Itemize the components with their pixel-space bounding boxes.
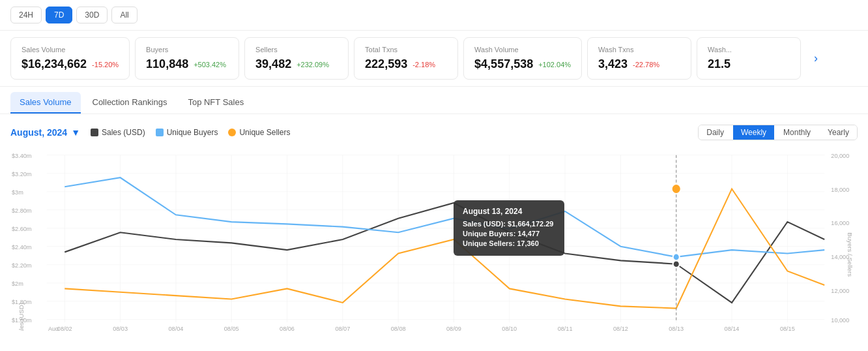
svg-text:08/02: 08/02 xyxy=(57,325,72,331)
period-monthly[interactable]: Monthly xyxy=(775,125,818,140)
dot-sellers xyxy=(672,184,681,194)
metrics-row: Sales Volume $16,234,662 -15.20% Buyers … xyxy=(0,31,868,87)
svg-text:08/14: 08/14 xyxy=(725,325,740,331)
legend-dot-buyers xyxy=(156,129,164,136)
metric-label-3: Total Txns xyxy=(365,46,447,53)
chart-left-controls: August, 2024 ▼ Sales (USD) Unique Buyers… xyxy=(10,127,290,138)
metric-buyers: Buyers 110,848 +503.42% xyxy=(135,37,239,80)
metric-label-6: Wash... xyxy=(708,46,790,53)
metric-wash-volume: Wash Volume $4,557,538 +102.04% xyxy=(463,37,582,80)
svg-text:$3m: $3m xyxy=(12,189,23,196)
tabs-row: Sales Volume Collection Rankings Top NFT… xyxy=(0,87,868,114)
metric-change-0: -15.20% xyxy=(92,61,119,69)
tab-sales-volume[interactable]: Sales Volume xyxy=(10,92,81,114)
metric-value-6: 21.5 xyxy=(708,57,731,71)
chart-legend: Sales (USD) Unique Buyers Unique Sellers xyxy=(91,128,290,137)
metric-label-1: Buyers xyxy=(146,46,228,53)
tab-top-nft-sales[interactable]: Top NFT Sales xyxy=(179,92,253,114)
metric-change-2: +232.09% xyxy=(297,61,329,69)
svg-text:16,000: 16,000 xyxy=(831,219,849,226)
btn-30d[interactable]: 30D xyxy=(76,7,108,23)
dot-sales xyxy=(673,260,680,267)
metric-label-5: Wash Txns xyxy=(598,46,680,53)
svg-text:08/11: 08/11 xyxy=(558,325,573,331)
metric-value-0: $16,234,662 xyxy=(22,57,87,71)
metric-label-2: Sellers xyxy=(255,46,338,53)
svg-text:$2m: $2m xyxy=(12,280,23,287)
svg-text:20,000: 20,000 xyxy=(831,152,849,159)
svg-text:$3.20m: $3.20m xyxy=(12,170,32,177)
svg-text:$2.80m: $2.80m xyxy=(12,207,32,214)
metric-value-1: 110,848 xyxy=(146,57,188,71)
legend-label-sellers: Unique Sellers xyxy=(239,128,290,137)
period-buttons: Daily Weekly Monthly Yearly xyxy=(698,125,858,140)
svg-text:12,000: 12,000 xyxy=(831,287,849,294)
metric-change-3: -2.18% xyxy=(412,61,435,69)
metric-wash-txns: Wash Txns 3,423 -22.78% xyxy=(587,37,691,80)
chart-section: August, 2024 ▼ Sales (USD) Unique Buyers… xyxy=(0,114,868,341)
legend-label-sales: Sales (USD) xyxy=(102,128,145,137)
metric-total-txns: Total Txns 222,593 -2.18% xyxy=(354,37,458,80)
svg-text:Sales (USD): Sales (USD) xyxy=(18,303,25,331)
dot-buyers xyxy=(673,254,680,261)
metric-sellers: Sellers 39,482 +232.09% xyxy=(244,37,349,80)
svg-text:08/09: 08/09 xyxy=(446,325,461,331)
metric-value-5: 3,423 xyxy=(598,57,628,71)
legend-sales: Sales (USD) xyxy=(91,128,145,137)
buyers-line xyxy=(65,177,824,257)
metric-change-4: +102.04% xyxy=(538,61,571,69)
svg-text:08/15: 08/15 xyxy=(780,325,795,331)
legend-dot-sellers xyxy=(228,129,236,136)
time-filter-bar: 24H 7D 30D All xyxy=(0,0,868,31)
chart-controls: August, 2024 ▼ Sales (USD) Unique Buyers… xyxy=(10,125,858,140)
metric-value-3: 222,593 xyxy=(365,57,407,71)
btn-7d[interactable]: 7D xyxy=(46,7,72,23)
tab-collection-rankings[interactable]: Collection Rankings xyxy=(83,92,177,114)
period-weekly[interactable]: Weekly xyxy=(733,125,774,140)
svg-text:08/10: 08/10 xyxy=(502,325,517,331)
metric-label-0: Sales Volume xyxy=(22,46,119,53)
svg-text:$2.20m: $2.20m xyxy=(12,262,32,269)
metric-value-4: $4,557,538 xyxy=(474,57,533,71)
month-selector[interactable]: August, 2024 ▼ xyxy=(10,127,80,138)
dropdown-chevron-icon: ▼ xyxy=(71,127,80,138)
svg-text:08/06: 08/06 xyxy=(280,325,295,331)
metric-label-4: Wash Volume xyxy=(474,46,571,53)
month-label: August, 2024 xyxy=(10,127,67,138)
chevron-right-icon: › xyxy=(814,52,818,65)
svg-text:Buyers / Sellers: Buyers / Sellers xyxy=(846,232,854,277)
period-yearly[interactable]: Yearly xyxy=(820,125,857,140)
svg-text:$2.40m: $2.40m xyxy=(12,243,32,251)
legend-buyers: Unique Buyers xyxy=(156,128,218,137)
svg-text:08/03: 08/03 xyxy=(113,325,128,331)
svg-text:$3.40m: $3.40m xyxy=(12,152,32,159)
svg-text:08/07: 08/07 xyxy=(335,325,350,331)
svg-text:10,000: 10,000 xyxy=(831,316,849,324)
period-daily[interactable]: Daily xyxy=(699,125,732,140)
btn-24h[interactable]: 24H xyxy=(10,7,42,23)
svg-text:08/13: 08/13 xyxy=(669,325,684,331)
legend-dot-sales xyxy=(91,129,98,136)
metric-change-5: -22.78% xyxy=(633,61,659,69)
sellers-line xyxy=(65,189,824,308)
svg-text:18,000: 18,000 xyxy=(831,186,849,193)
metrics-more-button[interactable]: › xyxy=(806,37,826,80)
legend-sellers: Unique Sellers xyxy=(228,128,290,137)
svg-text:08/12: 08/12 xyxy=(613,325,628,331)
metric-wash-more: Wash... 21.5 xyxy=(697,37,801,80)
line-chart: $3.40m $3.20m $3m $2.80m $2.60m $2.40m $… xyxy=(10,148,858,331)
svg-text:$2.60m: $2.60m xyxy=(12,225,32,232)
svg-text:08/08: 08/08 xyxy=(391,325,406,331)
metric-sales-volume: Sales Volume $16,234,662 -15.20% xyxy=(10,37,130,80)
svg-text:08/04: 08/04 xyxy=(168,325,183,331)
legend-label-buyers: Unique Buyers xyxy=(167,128,218,137)
metric-change-1: +503.42% xyxy=(194,61,226,69)
chart-wrapper: $3.40m $3.20m $3m $2.80m $2.60m $2.40m $… xyxy=(10,148,858,331)
metric-value-2: 39,482 xyxy=(255,57,291,71)
btn-all[interactable]: All xyxy=(111,7,137,23)
svg-text:08/05: 08/05 xyxy=(224,325,239,331)
